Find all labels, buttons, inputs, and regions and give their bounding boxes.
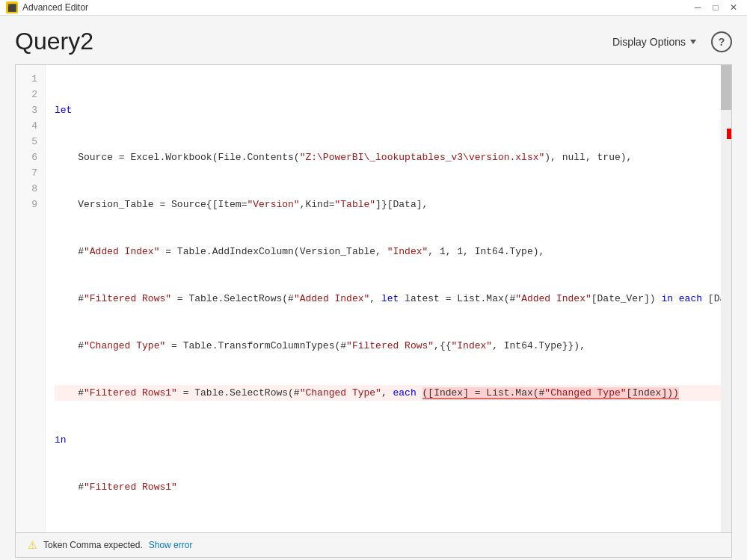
line-num-9: 9 [16,197,45,212]
help-button[interactable]: ? [711,31,732,52]
code-line-8: in [55,432,731,448]
error-indicator [727,129,731,139]
display-options-label: Display Options [612,36,686,48]
header: Query2 Display Options ? [15,16,732,64]
code-line-2: Source = Excel.Workbook(File.Contents("Z… [55,150,731,165]
code-content[interactable]: let Source = Excel.Workbook(File.Content… [46,65,731,532]
line-num-3: 3 [16,102,45,118]
line-num-6: 6 [16,150,45,165]
line-num-8: 8 [16,181,45,197]
line-num-7: 7 [16,165,45,181]
close-button[interactable]: ✕ [726,0,741,15]
scrollbar-track[interactable] [721,65,731,532]
app-icon: ⬛ [6,1,18,13]
code-line-6: #"Changed Type" = Table.TransformColumnT… [55,338,731,354]
line-num-5: 5 [16,134,45,150]
window-controls: ─ □ ✕ [690,0,741,15]
warning-icon: ⚠ [28,539,37,551]
line-num-1: 1 [16,71,45,87]
status-message: Token Comma expected. [43,540,143,550]
minimize-button[interactable]: ─ [690,0,705,15]
query-title: Query2 [15,28,93,55]
code-line-7: #"Filtered Rows1" = Table.SelectRows(#"C… [55,385,731,401]
header-right: Display Options ? [606,31,732,52]
code-area[interactable]: 1 2 3 4 5 6 7 8 9 let Source = Excel.Wor… [16,65,731,532]
line-numbers: 1 2 3 4 5 6 7 8 9 [16,65,46,532]
code-line-3: Version_Table = Source{[Item="Version",K… [55,197,731,212]
window-title: Advanced Editor [22,2,88,13]
line-num-4: 4 [16,118,45,134]
code-line-9: #"Filtered Rows1" [55,479,731,495]
code-line-4: #"Added Index" = Table.AddIndexColumn(Ve… [55,244,731,259]
maximize-button[interactable]: □ [708,0,723,15]
main-content: Query2 Display Options ? 1 2 3 4 5 6 7 8… [0,16,747,560]
chevron-down-icon [690,40,696,44]
code-line-1: let [55,102,731,118]
status-bar: ⚠ Token Comma expected. Show error [16,532,731,557]
display-options-button[interactable]: Display Options [606,33,702,51]
show-error-link[interactable]: Show error [149,540,193,550]
scrollbar-thumb[interactable] [721,65,731,110]
code-line-5: #"Filtered Rows" = Table.SelectRows(#"Ad… [55,291,731,307]
line-num-2: 2 [16,87,45,102]
title-bar: ⬛ Advanced Editor ─ □ ✕ [0,0,747,16]
code-editor[interactable]: 1 2 3 4 5 6 7 8 9 let Source = Excel.Wor… [15,64,732,558]
